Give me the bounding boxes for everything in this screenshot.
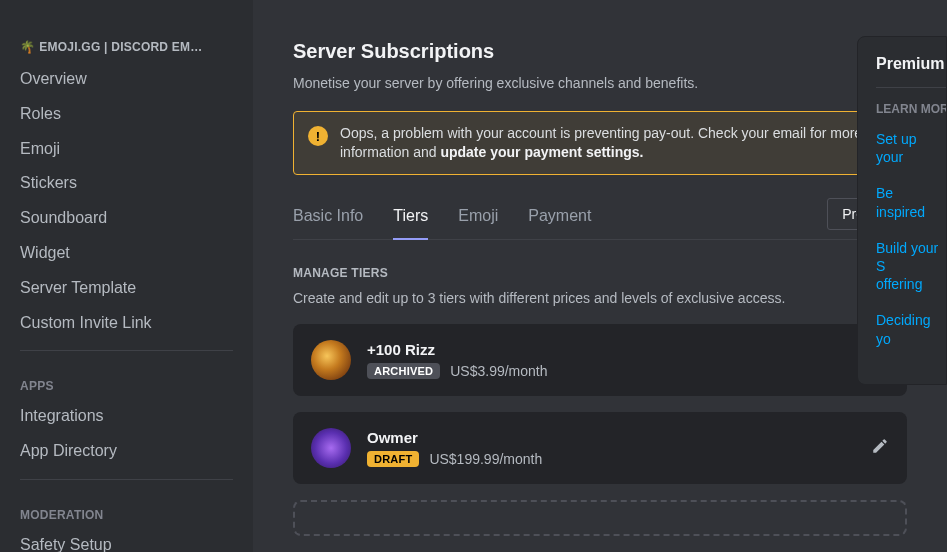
right-panel-label: LEARN MORE [876, 102, 946, 116]
sidebar-item-emoji[interactable]: Emoji [10, 132, 243, 167]
sidebar-item-roles[interactable]: Roles [10, 97, 243, 132]
pencil-icon[interactable] [871, 437, 889, 459]
tab-basic-info[interactable]: Basic Info [293, 197, 363, 239]
page-title: Server Subscriptions [293, 40, 907, 63]
sidebar-divider [20, 479, 233, 480]
add-tier-placeholder[interactable] [293, 500, 907, 536]
sidebar-item-stickers[interactable]: Stickers [10, 166, 243, 201]
tier-card[interactable]: OwmerDRAFTUS$199.99/month [293, 412, 907, 484]
right-info-panel: Premium S LEARN MORE Set up yourBe inspi… [857, 36, 947, 385]
warning-icon: ! [308, 126, 328, 146]
tabs-row: Basic InfoTiersEmojiPayment Preview [293, 197, 907, 240]
page-subtitle: Monetise your server by offering exclusi… [293, 75, 907, 91]
alert-bold-link[interactable]: update your payment settings. [440, 144, 643, 160]
learn-more-link[interactable]: Deciding yo [876, 311, 946, 347]
main-content: Server Subscriptions Monetise your serve… [253, 0, 947, 552]
tier-avatar [311, 340, 351, 380]
tier-status-badge: ARCHIVED [367, 363, 440, 379]
manage-tiers-desc: Create and edit up to 3 tiers with diffe… [293, 290, 907, 306]
tier-name: Owmer [367, 429, 855, 446]
tier-avatar [311, 428, 351, 468]
tier-card[interactable]: +100 RizzARCHIVEDUS$3.99/month [293, 324, 907, 396]
section-label-moderation: MODERATION [10, 490, 243, 528]
guild-name: EMOJI.GG | DISCORD EM… [39, 40, 202, 54]
sidebar-item-soundboard[interactable]: Soundboard [10, 201, 243, 236]
sidebar-item-app-directory[interactable]: App Directory [10, 434, 243, 469]
right-panel-divider [876, 87, 946, 88]
tier-status-badge: DRAFT [367, 451, 419, 467]
sidebar-item-overview[interactable]: Overview [10, 62, 243, 97]
sidebar-item-widget[interactable]: Widget [10, 236, 243, 271]
manage-tiers-heading: MANAGE TIERS [293, 266, 907, 280]
guild-label: 🌴 EMOJI.GG | DISCORD EM… [10, 40, 243, 62]
tier-price: US$3.99/month [450, 363, 547, 379]
tier-name: +100 Rizz [367, 341, 855, 358]
sidebar-item-custom-invite-link[interactable]: Custom Invite Link [10, 306, 243, 341]
tab-emoji[interactable]: Emoji [458, 197, 498, 239]
tier-price: US$199.99/month [429, 451, 542, 467]
learn-more-link[interactable]: Set up your [876, 130, 946, 166]
section-label-apps: APPS [10, 361, 243, 399]
tab-payment[interactable]: Payment [528, 197, 591, 239]
payout-warning-alert: ! Oops, a problem with your account is p… [293, 111, 907, 175]
sidebar-item-integrations[interactable]: Integrations [10, 399, 243, 434]
sidebar-item-server-template[interactable]: Server Template [10, 271, 243, 306]
sidebar-divider [20, 350, 233, 351]
learn-more-link[interactable]: Build your S offering [876, 239, 946, 294]
sidebar-item-safety-setup[interactable]: Safety Setup [10, 528, 243, 552]
right-panel-title: Premium S [876, 55, 946, 73]
tab-tiers[interactable]: Tiers [393, 197, 428, 239]
learn-more-link[interactable]: Be inspired [876, 184, 946, 220]
palm-tree-icon: 🌴 [20, 40, 35, 54]
settings-sidebar: 🌴 EMOJI.GG | DISCORD EM… OverviewRolesEm… [0, 0, 253, 552]
alert-text: Oops, a problem with your account is pre… [340, 124, 892, 162]
